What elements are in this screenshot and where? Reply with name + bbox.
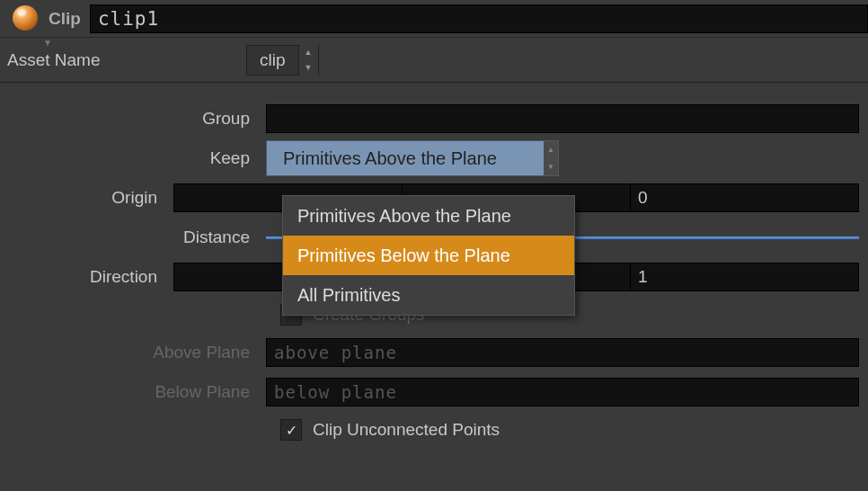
keep-value: Primitives Above the Plane <box>267 148 497 169</box>
keep-option-below[interactable]: Primitives Below the Plane <box>283 236 574 275</box>
direction-label: Direction <box>0 267 173 287</box>
group-input[interactable] <box>266 104 859 133</box>
node-icon <box>11 5 43 32</box>
below-plane-input[interactable] <box>266 378 859 406</box>
above-plane-label: Above Plane <box>0 343 266 362</box>
below-plane-label: Below Plane <box>0 382 266 402</box>
node-name-input[interactable] <box>90 4 868 33</box>
direction-z-input[interactable] <box>631 263 859 291</box>
keep-select[interactable]: Primitives Above the Plane ▲▼ <box>266 140 559 176</box>
clip-unconnected-checkbox[interactable]: ✓ <box>280 419 302 441</box>
node-header: Clip <box>0 0 868 38</box>
asset-name-select[interactable]: clip ▲▼ <box>246 45 319 76</box>
keep-dropdown-menu: Primitives Above the Plane Primitives Be… <box>282 195 575 316</box>
clip-unconnected-label: Clip Unconnected Points <box>313 420 500 440</box>
chevron-down-icon[interactable]: ▼ <box>43 38 52 48</box>
keep-label: Keep <box>0 148 266 168</box>
asset-row: Asset Name clip ▲▼ <box>0 38 868 83</box>
distance-label: Distance <box>0 228 266 247</box>
asset-name-label: Asset Name <box>7 50 246 70</box>
select-handle-icon[interactable]: ▲▼ <box>544 141 558 175</box>
asset-name-value: clip <box>247 50 298 70</box>
above-plane-input[interactable] <box>266 338 859 367</box>
node-type-label: Clip <box>49 9 81 29</box>
origin-label: Origin <box>0 188 173 208</box>
origin-z-input[interactable] <box>631 183 859 212</box>
stepper-icon[interactable]: ▲▼ <box>298 45 318 76</box>
group-label: Group <box>0 109 266 129</box>
keep-option-above[interactable]: Primitives Above the Plane <box>283 196 574 236</box>
keep-option-all[interactable]: All Primitives <box>283 275 574 315</box>
